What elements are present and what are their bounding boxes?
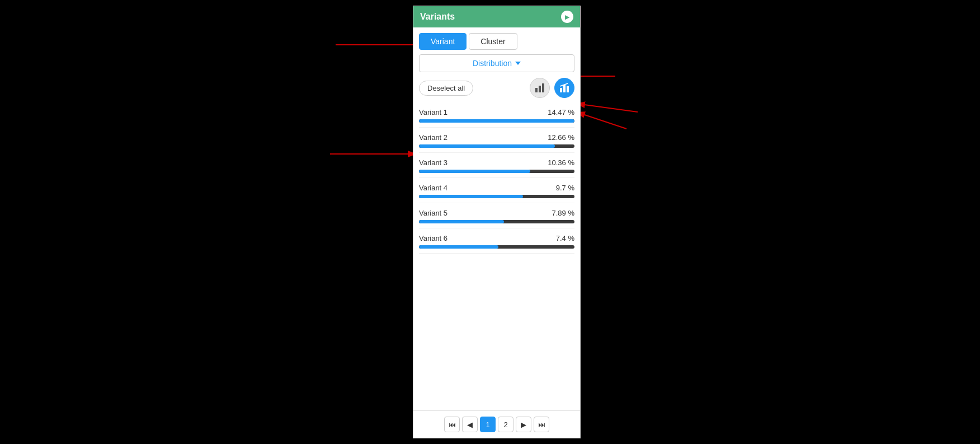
variant-name: Variant 2: [419, 133, 447, 142]
progress-fill: [419, 119, 574, 123]
svg-rect-10: [563, 85, 566, 92]
svg-rect-8: [542, 83, 544, 92]
tab-cluster[interactable]: Cluster: [469, 33, 517, 50]
progress-fill: [419, 195, 523, 198]
pagination-last[interactable]: ⏭: [534, 417, 549, 432]
svg-rect-11: [567, 86, 569, 92]
tab-variant[interactable]: Variant: [419, 33, 467, 50]
svg-rect-7: [539, 86, 541, 92]
variant-pct: 7.4 %: [556, 234, 574, 242]
active-chart-icon-button[interactable]: [554, 78, 574, 98]
variant-name: Variant 4: [419, 184, 447, 192]
variant-pct: 9.7 %: [556, 184, 574, 192]
progress-track: [419, 170, 574, 173]
distribution-dropdown[interactable]: Distribution: [419, 54, 574, 72]
variant-item: Variant 4 9.7 %: [419, 178, 574, 203]
distribution-label: Distribution: [473, 59, 512, 68]
progress-fill: [419, 144, 555, 148]
panel-title: Variants: [420, 12, 455, 22]
pagination: ⏮ ◀ 1 2 ▶ ⏭: [413, 410, 580, 438]
svg-rect-6: [535, 88, 538, 92]
progress-track: [419, 245, 574, 249]
progress-fill: [419, 170, 530, 173]
svg-line-4: [576, 112, 626, 129]
variants-panel: Variants Variant Cluster Distribution De…: [413, 6, 581, 438]
variant-name: Variant 1: [419, 108, 447, 116]
variant-name: Variant 6: [419, 234, 447, 242]
pagination-first[interactable]: ⏮: [444, 417, 460, 432]
variant-item: Variant 2 12.66 %: [419, 128, 574, 153]
variant-item: Variant 3 10.36 %: [419, 153, 574, 178]
controls-row: Deselect all: [413, 77, 580, 102]
deselect-all-button[interactable]: Deselect all: [419, 81, 473, 96]
pagination-prev[interactable]: ◀: [462, 417, 478, 432]
variant-item: Variant 6 7.4 %: [419, 228, 574, 254]
svg-rect-9: [560, 88, 562, 92]
variant-item: Variant 1 14.47 %: [419, 102, 574, 128]
progress-track: [419, 119, 574, 123]
tabs-row: Variant Cluster: [413, 27, 580, 50]
progress-fill: [419, 245, 498, 249]
variant-item: Variant 5 7.89 %: [419, 203, 574, 228]
bar-chart-icon-button[interactable]: [530, 78, 550, 98]
progress-fill: [419, 220, 504, 223]
variant-pct: 10.36 %: [548, 158, 574, 167]
progress-track: [419, 220, 574, 223]
panel-header: Variants: [413, 6, 580, 27]
progress-track: [419, 144, 574, 148]
variant-pct: 7.89 %: [552, 209, 574, 217]
variant-pct: 12.66 %: [548, 133, 574, 142]
panel-collapse-button[interactable]: [561, 11, 573, 23]
variant-pct: 14.47 %: [548, 108, 574, 116]
progress-track: [419, 195, 574, 198]
distribution-row: Distribution: [413, 50, 580, 77]
svg-line-3: [576, 104, 638, 112]
variants-list[interactable]: Variant 1 14.47 % Variant 2 12.66 % Vari…: [413, 102, 580, 410]
pagination-page-1[interactable]: 1: [480, 417, 496, 432]
pagination-page-2[interactable]: 2: [498, 417, 513, 432]
variant-name: Variant 3: [419, 158, 447, 167]
chevron-down-icon: [515, 62, 521, 65]
variant-name: Variant 5: [419, 209, 447, 217]
pagination-next[interactable]: ▶: [516, 417, 531, 432]
